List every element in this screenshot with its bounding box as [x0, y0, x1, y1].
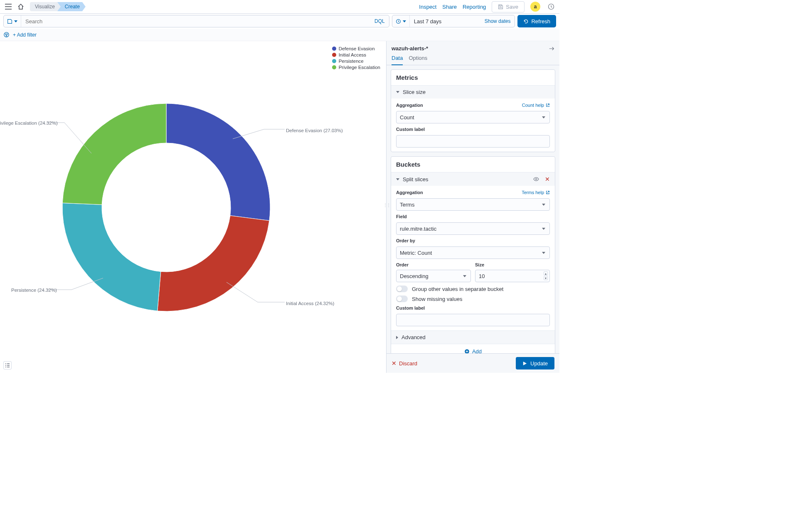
buckets-card: Buckets Split slices ✕ Aggregation	[391, 156, 555, 353]
legend-label: Persistence	[339, 59, 364, 64]
orderby-label: Order by	[396, 238, 550, 243]
order-select[interactable]: Descending	[396, 270, 471, 282]
donut-slice[interactable]	[166, 103, 270, 221]
svg-point-2	[4, 32, 9, 37]
add-filter-link[interactable]: + Add filter	[13, 32, 37, 38]
panel-footer: ✕ Discard Update	[387, 353, 559, 373]
chevron-down-icon	[396, 91, 399, 93]
split-slices-header[interactable]: Split slices ✕	[391, 172, 555, 186]
slice-size-label: Slice size	[403, 89, 426, 95]
refresh-button[interactable]: Refresh	[517, 15, 556, 27]
field-label: Field	[396, 214, 550, 219]
delete-icon[interactable]: ✕	[545, 176, 550, 182]
show-missing-switch[interactable]	[396, 296, 408, 302]
svg-point-3	[535, 178, 537, 180]
donut-slice[interactable]	[62, 103, 166, 204]
buckets-custom-label: Custom label	[396, 305, 550, 310]
inspect-link[interactable]: Inspect	[419, 4, 436, 10]
index-pattern-title: wazuh-alerts-*	[392, 45, 549, 52]
editor-panel: ⋮⋮ wazuh-alerts-* Data Options Metrics S…	[386, 41, 559, 373]
count-help-link[interactable]: Count help	[522, 103, 550, 108]
terms-help-link[interactable]: Terms help	[522, 190, 550, 195]
add-label: Add	[472, 348, 482, 353]
advanced-label: Advanced	[401, 334, 426, 340]
legend-toggle-button[interactable]	[3, 361, 12, 369]
legend-item[interactable]: Defense Evasion	[332, 46, 380, 51]
group-other-switch[interactable]	[396, 286, 408, 292]
home-icon[interactable]	[16, 2, 26, 12]
legend-item[interactable]: Initial Access	[332, 52, 380, 57]
breadcrumb-visualize[interactable]: Visualize	[30, 2, 61, 11]
order-label: Order	[396, 262, 471, 267]
legend-item[interactable]: Privilege Escalation	[332, 65, 380, 70]
legend-swatch	[332, 53, 336, 57]
disk-icon	[7, 19, 12, 24]
share-link[interactable]: Share	[442, 4, 457, 10]
visualization-area: Defense EvasionInitial AccessPersistence…	[0, 41, 386, 373]
chevron-down-icon	[403, 20, 406, 22]
search-input[interactable]	[21, 15, 370, 27]
filter-icon[interactable]	[3, 32, 10, 38]
group-other-label: Group other values in separate bucket	[412, 286, 503, 292]
show-dates-link[interactable]: Show dates	[480, 18, 515, 24]
field-select[interactable]: rule.mitre.tactic	[396, 222, 550, 235]
panel-tabs: Data Options	[387, 52, 559, 65]
chevron-down-icon	[14, 20, 17, 22]
time-picker: Last 7 days Show dates	[392, 15, 515, 27]
save-button[interactable]: Save	[492, 1, 525, 12]
legend-item[interactable]: Persistence	[332, 59, 380, 64]
buckets-aggregation-label: Aggregation Terms help	[396, 190, 550, 195]
aggregation-label: Aggregation Count help	[396, 103, 550, 108]
expand-icon[interactable]	[549, 46, 554, 52]
external-link-icon	[546, 103, 550, 107]
eye-icon[interactable]	[533, 176, 539, 182]
time-range-text[interactable]: Last 7 days	[410, 18, 480, 25]
metrics-aggregation-select[interactable]: Count	[396, 111, 550, 123]
legend-swatch	[332, 59, 336, 63]
query-bar: DQL Last 7 days Show dates Refresh	[0, 14, 559, 29]
plus-circle-icon	[464, 349, 470, 353]
orderby-select[interactable]: Metric: Count	[396, 246, 550, 259]
clock-icon	[396, 19, 401, 24]
dql-toggle[interactable]: DQL	[370, 18, 389, 24]
update-label: Update	[530, 360, 548, 367]
resize-handle[interactable]: ⋮⋮	[383, 203, 386, 211]
donut-slice[interactable]	[158, 216, 269, 311]
metrics-custom-label-input[interactable]	[396, 135, 550, 148]
news-icon[interactable]	[546, 2, 556, 12]
buckets-aggregation-select[interactable]: Terms	[396, 198, 550, 211]
slice-size-header[interactable]: Slice size	[391, 85, 555, 99]
menu-icon[interactable]	[3, 2, 13, 12]
buckets-custom-label-input[interactable]	[396, 314, 550, 326]
number-steppers[interactable]: ▲▼	[544, 271, 548, 280]
legend-label: Defense Evasion	[339, 46, 375, 51]
avatar[interactable]: a	[530, 2, 540, 12]
discard-button[interactable]: ✕ Discard	[392, 360, 417, 367]
add-bucket-button[interactable]: Add	[391, 344, 555, 353]
play-icon	[522, 361, 527, 366]
size-input[interactable]: 10 ▲▼	[475, 270, 550, 282]
donut-slice[interactable]	[62, 203, 161, 311]
legend-swatch	[332, 47, 336, 51]
buckets-title: Buckets	[391, 157, 555, 172]
update-button[interactable]: Update	[516, 357, 554, 369]
topbar: Visualize Create Inspect Share Reporting…	[0, 0, 559, 14]
tab-options[interactable]: Options	[409, 55, 427, 65]
donut-chart	[0, 41, 386, 373]
size-label: Size	[475, 262, 550, 267]
chart-legend: Defense EvasionInitial AccessPersistence…	[332, 46, 380, 70]
slice-label-persistence: Persistence (24.32%)	[11, 288, 57, 293]
tab-data[interactable]: Data	[392, 55, 403, 65]
reporting-link[interactable]: Reporting	[463, 4, 486, 10]
saved-queries-button[interactable]	[4, 15, 21, 27]
filter-bar: + Add filter	[0, 29, 559, 41]
breadcrumb-create[interactable]: Create	[57, 2, 86, 11]
save-label: Save	[506, 4, 518, 10]
external-link-icon	[546, 190, 550, 195]
advanced-header[interactable]: Advanced	[391, 330, 555, 344]
metrics-title: Metrics	[391, 70, 555, 85]
legend-label: Initial Access	[339, 52, 366, 57]
time-quick-button[interactable]	[392, 15, 410, 27]
legend-swatch	[332, 65, 336, 69]
slice-label-defense-evasion: Defense Evasion (27.03%)	[286, 128, 343, 133]
